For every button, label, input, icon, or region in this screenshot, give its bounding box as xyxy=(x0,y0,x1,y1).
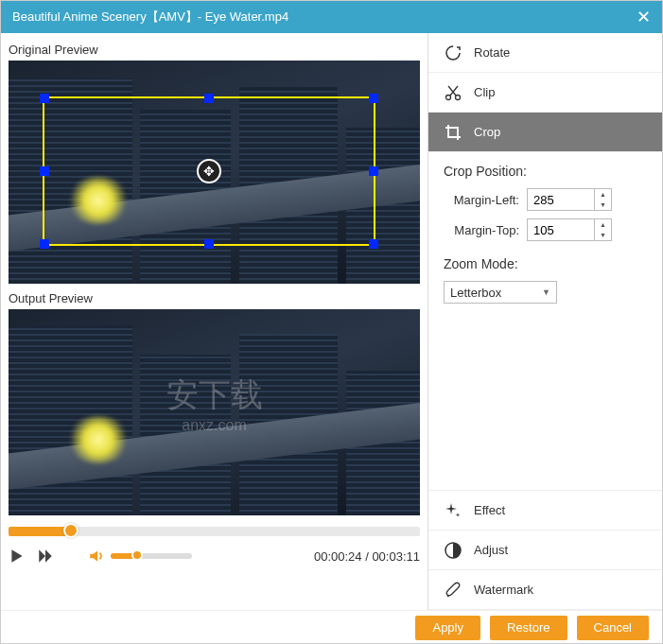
scissors-icon xyxy=(444,83,462,102)
apply-button[interactable]: Apply xyxy=(415,616,480,640)
crop-handle-bl[interactable] xyxy=(40,239,49,249)
restore-button[interactable]: Restore xyxy=(490,616,567,640)
margin-top-down[interactable]: ▼ xyxy=(595,230,611,240)
crop-handle-ml[interactable] xyxy=(40,166,49,176)
tool-rotate-label: Rotate xyxy=(474,45,510,60)
tool-effect-label: Effect xyxy=(474,503,505,517)
crop-handle-tl[interactable] xyxy=(40,94,49,103)
output-preview-label: Output Preview xyxy=(9,291,420,305)
time-display: 00:00:24 / 00:03:11 xyxy=(314,549,420,564)
volume-icon[interactable] xyxy=(88,548,105,565)
margin-left-down[interactable]: ▼ xyxy=(595,200,611,210)
zoom-mode-heading: Zoom Mode: xyxy=(444,256,647,271)
svg-point-0 xyxy=(446,46,460,60)
crop-icon xyxy=(444,123,462,142)
margin-left-up[interactable]: ▲ xyxy=(595,189,611,200)
move-icon[interactable]: ✥ xyxy=(197,159,221,183)
tool-crop[interactable]: Crop xyxy=(428,113,662,152)
brush-icon xyxy=(444,581,462,600)
zoom-mode-select[interactable]: Letterbox ▼ xyxy=(444,281,557,304)
playback-controls: 00:00:24 / 00:03:11 xyxy=(9,548,420,565)
tool-clip-label: Clip xyxy=(474,85,495,99)
window-title: Beautiful Anime Scenery【AMV】- Eye Water.… xyxy=(12,9,288,26)
timeline-slider[interactable] xyxy=(9,527,420,536)
svg-point-1 xyxy=(446,95,451,99)
output-preview: 安下载 anxz.com xyxy=(9,309,420,515)
time-total: 00:03:11 xyxy=(372,549,420,564)
play-icon[interactable] xyxy=(9,548,26,565)
crop-handle-tr[interactable] xyxy=(369,94,378,103)
original-preview[interactable]: ✥ xyxy=(9,61,420,284)
crop-handle-tm[interactable] xyxy=(204,94,214,103)
margin-left-input[interactable]: ▲▼ xyxy=(527,188,612,211)
tool-watermark[interactable]: Watermark xyxy=(428,570,662,610)
crop-handle-mr[interactable] xyxy=(369,166,378,176)
cancel-button[interactable]: Cancel xyxy=(577,616,649,640)
crop-selection[interactable]: ✥ xyxy=(43,96,375,246)
margin-top-up[interactable]: ▲ xyxy=(595,219,611,230)
right-panel: Rotate Clip Crop Crop Position: Margin-L… xyxy=(427,33,662,610)
original-preview-label: Original Preview xyxy=(9,43,420,57)
sparkle-icon xyxy=(444,501,462,520)
tool-effect[interactable]: Effect xyxy=(428,491,662,531)
tool-rotate[interactable]: Rotate xyxy=(428,33,662,73)
crop-handle-bm[interactable] xyxy=(204,239,214,249)
rotate-icon xyxy=(444,44,462,62)
tool-clip[interactable]: Clip xyxy=(428,73,662,113)
time-current: 00:00:24 xyxy=(314,549,362,564)
volume-thumb[interactable] xyxy=(131,549,143,561)
margin-left-field[interactable] xyxy=(528,189,594,210)
timeline-thumb[interactable] xyxy=(63,523,79,538)
margin-left-label: Margin-Left: xyxy=(444,193,519,207)
margin-top-field[interactable] xyxy=(528,219,594,240)
contrast-icon xyxy=(444,541,462,560)
zoom-mode-value: Letterbox xyxy=(450,286,501,300)
svg-point-2 xyxy=(456,95,461,99)
margin-top-input[interactable]: ▲▼ xyxy=(527,218,612,241)
crop-panel: Crop Position: Margin-Left: ▲▼ Margin-To… xyxy=(428,152,662,491)
tool-adjust-label: Adjust xyxy=(474,543,508,557)
left-panel: Original Preview ✥ Output Preview 安下载 xyxy=(1,33,427,610)
titlebar: Beautiful Anime Scenery【AMV】- Eye Water.… xyxy=(1,1,662,33)
tool-crop-label: Crop xyxy=(474,125,500,139)
footer: Apply Restore Cancel xyxy=(1,610,662,644)
margin-top-label: Margin-Top: xyxy=(444,223,519,237)
crop-handle-br[interactable] xyxy=(369,239,378,249)
tool-adjust[interactable]: Adjust xyxy=(428,531,662,570)
volume-slider[interactable] xyxy=(111,553,192,559)
tool-watermark-label: Watermark xyxy=(474,583,533,597)
fast-forward-icon[interactable] xyxy=(37,548,54,565)
chevron-down-icon: ▼ xyxy=(542,287,550,297)
crop-position-heading: Crop Position: xyxy=(444,164,647,179)
close-icon[interactable]: ✕ xyxy=(637,7,651,27)
